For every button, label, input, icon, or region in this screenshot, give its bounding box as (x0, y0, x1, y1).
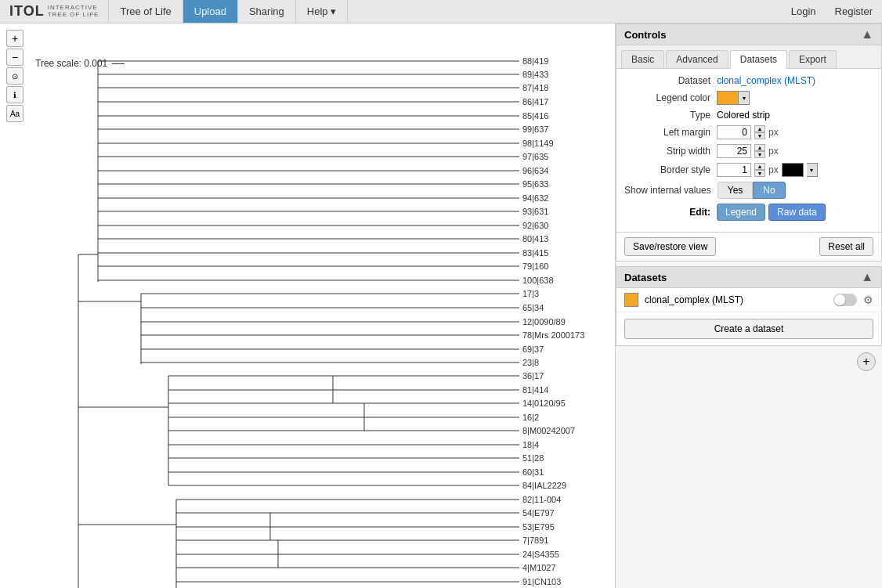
controls-header: Controls ▲ (616, 24, 881, 45)
tab-basic[interactable]: Basic (621, 50, 664, 68)
nav-help-label: Help (307, 5, 328, 17)
svg-text:16|2: 16|2 (522, 413, 539, 422)
border-style-spin: ▲ ▼ (754, 163, 765, 177)
main-container: + − ⊙ ℹ Aa Tree scale: 0.001 (0, 23, 882, 588)
svg-text:89|433: 89|433 (522, 70, 548, 79)
svg-text:78|Mrs 2000173: 78|Mrs 2000173 (522, 330, 584, 340)
left-margin-up[interactable]: ▲ (754, 125, 765, 132)
plus-btn-container: + (616, 346, 882, 377)
zoom-in-button[interactable]: + (6, 30, 23, 47)
svg-text:86|417: 86|417 (522, 97, 548, 106)
border-style-down[interactable]: ▼ (754, 170, 765, 177)
dataset-gear-icon[interactable]: ⚙ (863, 294, 873, 306)
dataset-toggle[interactable] (833, 294, 857, 306)
type-label: Type (624, 110, 710, 121)
dataset-toggle-thumb (834, 294, 845, 305)
login-link[interactable]: Login (782, 5, 826, 17)
zoom-info-button[interactable]: ℹ (6, 86, 23, 103)
register-link[interactable]: Register (826, 5, 882, 17)
type-row: Type Colored strip (624, 110, 873, 121)
right-panel: Controls ▲ Basic Advanced Datasets Expor… (616, 23, 882, 588)
nav-sharing[interactable]: Sharing (238, 0, 296, 23)
svg-text:100|638: 100|638 (522, 276, 554, 285)
svg-text:81|414: 81|414 (522, 385, 548, 395)
svg-text:18|4: 18|4 (522, 440, 539, 449)
strip-width-input[interactable] (717, 144, 751, 158)
controls-section: Controls ▲ Basic Advanced Datasets Expor… (616, 23, 882, 262)
show-internal-yes[interactable]: Yes (718, 182, 754, 199)
legend-color-swatch[interactable] (717, 91, 739, 105)
zoom-text-button[interactable]: Aa (6, 105, 23, 122)
svg-text:91|CN103: 91|CN103 (522, 577, 561, 586)
tab-advanced[interactable]: Advanced (666, 50, 728, 68)
dataset-label: Dataset (624, 75, 710, 86)
svg-text:8|M00242007: 8|M00242007 (522, 426, 575, 435)
left-margin-input[interactable] (717, 125, 751, 139)
controls-tabs: Basic Advanced Datasets Export (616, 45, 881, 69)
show-internal-toggle: Yes No (718, 182, 786, 199)
svg-text:95|633: 95|633 (522, 179, 548, 189)
border-style-up[interactable]: ▲ (754, 163, 765, 170)
strip-width-label: Strip width (624, 146, 710, 157)
svg-text:60|31: 60|31 (522, 467, 544, 477)
save-restore-button[interactable]: Save/restore view (624, 237, 716, 256)
top-nav: ITOL INTERACTIVETREE OF LIFE Tree of Lif… (0, 0, 882, 23)
dataset-toggle-track (833, 294, 857, 306)
legend-color-row: Legend color ▾ (624, 91, 873, 105)
zoom-out-button[interactable]: − (6, 49, 23, 66)
datasets-collapse-btn[interactable]: ▲ (861, 270, 873, 284)
svg-text:4|M1027: 4|M1027 (522, 563, 556, 572)
svg-text:12|0090/89: 12|0090/89 (522, 317, 566, 326)
svg-text:54|E797: 54|E797 (522, 508, 555, 518)
strip-width-down[interactable]: ▼ (754, 151, 765, 158)
left-margin-down[interactable]: ▼ (754, 132, 765, 139)
border-color-swatch[interactable] (782, 163, 804, 177)
legend-color-dropdown[interactable]: ▾ (739, 91, 750, 105)
show-internal-row: Show internal values Yes No (624, 182, 873, 199)
tree-svg: 88|419 89|433 87|418 86|417 85|416 99|63… (35, 47, 615, 588)
svg-text:24|S4355: 24|S4355 (522, 550, 559, 559)
logo-text: ITOL (9, 3, 45, 20)
border-style-label: Border style (624, 164, 710, 175)
tab-datasets[interactable]: Datasets (730, 50, 787, 69)
border-style-input[interactable] (717, 163, 751, 177)
type-value: Colored strip (717, 110, 770, 121)
strip-width-up[interactable]: ▲ (754, 144, 765, 151)
strip-width-unit: px (768, 146, 779, 157)
edit-raw-data-button[interactable]: Raw data (768, 204, 826, 221)
svg-text:23|8: 23|8 (522, 358, 539, 367)
controls-collapse-btn[interactable]: ▲ (861, 27, 873, 41)
dataset-value-link[interactable]: clonal_complex (MLST) (717, 75, 815, 86)
svg-text:80|413: 80|413 (522, 234, 548, 243)
action-row: Save/restore view Reset all (616, 232, 881, 261)
tab-export[interactable]: Export (789, 50, 837, 68)
nav-tree-of-life[interactable]: Tree of Life (109, 0, 183, 23)
border-color-dropdown[interactable]: ▾ (807, 163, 818, 177)
dataset-name: clonal_complex (MLST) (645, 294, 827, 305)
nav-help[interactable]: Help ▾ (296, 0, 348, 23)
edit-label: Edit: (624, 207, 710, 218)
create-dataset-button[interactable]: Create a dataset (624, 319, 873, 339)
show-internal-no[interactable]: No (753, 182, 785, 199)
border-style-input-wrap: ▲ ▼ px ▾ (717, 163, 818, 177)
dataset-row: Dataset clonal_complex (MLST) (624, 75, 873, 86)
controls-body: Dataset clonal_complex (MLST) Legend col… (616, 69, 881, 232)
legend-color-label: Legend color (624, 92, 710, 103)
svg-text:36|17: 36|17 (522, 371, 544, 381)
show-internal-label: Show internal values (624, 185, 711, 196)
nav-upload[interactable]: Upload (183, 0, 238, 23)
datasets-section: Datasets ▲ clonal_complex (MLST) ⚙ Creat… (616, 266, 882, 346)
logo: ITOL INTERACTIVETREE OF LIFE (0, 0, 109, 23)
svg-text:85|416: 85|416 (522, 111, 548, 121)
svg-text:92|630: 92|630 (522, 221, 548, 230)
border-style-row: Border style ▲ ▼ px ▾ (624, 163, 873, 177)
reset-all-button[interactable]: Reset all (819, 237, 873, 256)
svg-text:14|0120/95: 14|0120/95 (522, 399, 566, 408)
edit-legend-button[interactable]: Legend (717, 204, 765, 221)
svg-text:82|11-004: 82|11-004 (522, 495, 561, 504)
left-margin-unit: px (768, 127, 779, 138)
svg-text:65|34: 65|34 (522, 303, 544, 312)
add-button[interactable]: + (857, 352, 876, 371)
zoom-reset-button[interactable]: ⊙ (6, 67, 23, 85)
logo-subtext: INTERACTIVETREE OF LIFE (48, 5, 99, 19)
